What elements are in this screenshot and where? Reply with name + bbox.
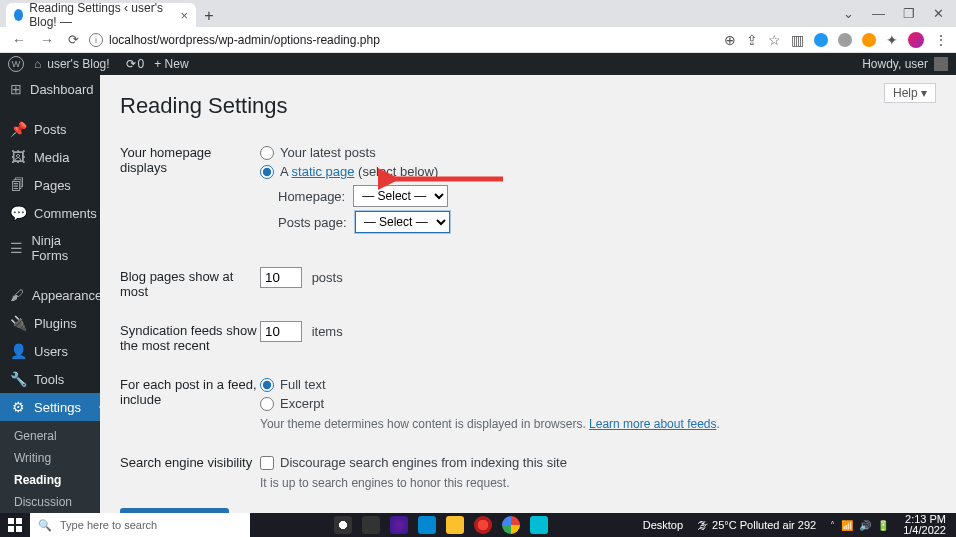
profile-icon[interactable] [908,32,924,48]
postspage-select[interactable]: — Select — [355,211,450,233]
chrome-icon[interactable] [502,516,520,534]
new-content-button[interactable]: + New [154,57,188,71]
date-text: 1/4/2022 [903,525,946,536]
explorer-icon[interactable] [446,516,464,534]
text: Your theme determines how content is dis… [260,417,589,431]
avatar-icon[interactable] [934,57,948,71]
taskview-icon[interactable] [362,516,380,534]
unit-text: posts [312,270,343,285]
checkbox-discourage[interactable] [260,456,274,470]
minimize-button[interactable]: — [872,6,885,21]
weather-text: 25°C Polluted air 292 [712,519,816,531]
site-info-icon[interactable]: i [89,33,103,47]
reading-icon[interactable]: ▥ [791,32,804,48]
wordpress-logo-icon[interactable]: W [8,56,24,72]
homepage-select[interactable]: — Select — [353,185,448,207]
tab-title: Reading Settings ‹ user's Blog! — [29,1,168,29]
sidebar-item-dashboard[interactable]: ⊞Dashboard [0,75,100,103]
svg-rect-2 [16,518,22,524]
sidebar-label: Posts [34,122,67,137]
sidebar-item-pages[interactable]: 🗐Pages [0,171,100,199]
help-button[interactable]: Help ▾ [884,83,936,103]
seo-description: It is up to search engines to honor this… [260,476,936,490]
extensions-icon[interactable]: ✦ [886,32,898,48]
system-tray[interactable]: ˄ 📶 🔊 🔋 [830,520,889,531]
maximize-button[interactable]: ❐ [903,6,915,21]
sound-icon[interactable]: 🔊 [859,520,871,531]
site-name[interactable]: user's Blog! [47,57,109,71]
tool-icon: 🔧 [10,371,26,387]
zoom-icon[interactable]: ⊕ [724,32,736,48]
page-title: Reading Settings [120,93,936,119]
desktop-label[interactable]: Desktop [643,519,683,531]
feeds-learn-link[interactable]: Learn more about feeds [589,417,716,431]
battery-icon[interactable]: 🔋 [877,520,889,531]
page-icon: 🗐 [10,177,26,193]
sidebar-item-appearance[interactable]: 🖌Appearance [0,281,100,309]
recorder-icon[interactable] [474,516,492,534]
home-icon[interactable]: ⌂ [34,57,41,71]
bookmark-icon[interactable]: ☆ [768,32,781,48]
reload-button[interactable]: ⟳ [68,32,79,47]
chevron-up-icon[interactable]: ˄ [830,520,835,531]
svg-rect-3 [8,526,14,532]
sub-item-reading[interactable]: Reading [0,469,100,491]
url-bar[interactable]: i localhost/wordpress/wp-admin/options-r… [89,29,714,51]
cortana-icon[interactable] [334,516,352,534]
sidebar-item-users[interactable]: 👤Users [0,337,100,365]
sidebar-label: Media [34,150,69,165]
sidebar-item-settings[interactable]: ⚙Settings [0,393,100,421]
svg-rect-1 [8,518,14,524]
back-button[interactable]: ← [12,32,26,48]
extension-icon[interactable] [862,33,876,47]
label-homepage-displays: Your homepage displays [120,143,260,237]
sidebar-item-media[interactable]: 🖼Media [0,143,100,171]
share-icon[interactable]: ⇪ [746,32,758,48]
static-page-link[interactable]: static page [292,164,355,179]
eclipse-icon[interactable] [390,516,408,534]
forward-button[interactable]: → [40,32,54,48]
sub-item-writing[interactable]: Writing [0,447,100,469]
chevron-down-icon[interactable]: ⌄ [843,6,854,21]
sidebar-item-comments[interactable]: 💬Comments [0,199,100,227]
extension-icon[interactable] [838,33,852,47]
weather-widget[interactable]: 🌫 25°C Polluted air 292 [697,519,816,531]
new-tab-button[interactable]: + [198,5,220,27]
app-icon[interactable] [530,516,548,534]
postspage-select-label: Posts page: [278,215,347,230]
sidebar-label: Settings [34,400,81,415]
sub-item-discussion[interactable]: Discussion [0,491,100,513]
wifi-icon[interactable]: 📶 [841,520,853,531]
updates-count[interactable]: 0 [138,57,145,71]
close-window-button[interactable]: ✕ [933,6,944,21]
sidebar-label: Dashboard [30,82,94,97]
label-feedcontent: For each post in a feed, include [120,375,260,431]
howdy-text[interactable]: Howdy, user [862,57,928,71]
pin-icon: 📌 [10,121,26,137]
radio-label: Excerpt [280,396,324,411]
input-feeds[interactable] [260,321,302,342]
radio-latest-posts[interactable] [260,146,274,160]
sidebar-item-plugins[interactable]: 🔌Plugins [0,309,100,337]
sidebar-label: Comments [34,206,97,221]
start-button[interactable] [0,518,30,532]
close-icon[interactable]: × [180,8,188,23]
sub-item-general[interactable]: General [0,425,100,447]
updates-icon[interactable]: ⟳ [126,57,136,71]
gear-icon: ⚙ [10,399,26,415]
sidebar-item-tools[interactable]: 🔧Tools [0,365,100,393]
browser-tab[interactable]: Reading Settings ‹ user's Blog! — × [6,3,196,27]
radio-static-page[interactable] [260,165,274,179]
extension-icon[interactable] [814,33,828,47]
clock[interactable]: 2:13 PM 1/4/2022 [903,514,946,536]
sidebar-label: Users [34,344,68,359]
taskbar-search[interactable]: 🔍 Type here to search [30,513,250,537]
sidebar-item-ninjaforms[interactable]: ☰Ninja Forms [0,227,100,269]
input-blogpages[interactable] [260,267,302,288]
radio-excerpt[interactable] [260,397,274,411]
radio-fulltext[interactable] [260,378,274,392]
sidebar-item-posts[interactable]: 📌Posts [0,115,100,143]
vscode-icon[interactable] [418,516,436,534]
label-seo: Search engine visibility [120,453,260,490]
menu-icon[interactable]: ⋮ [934,32,948,48]
